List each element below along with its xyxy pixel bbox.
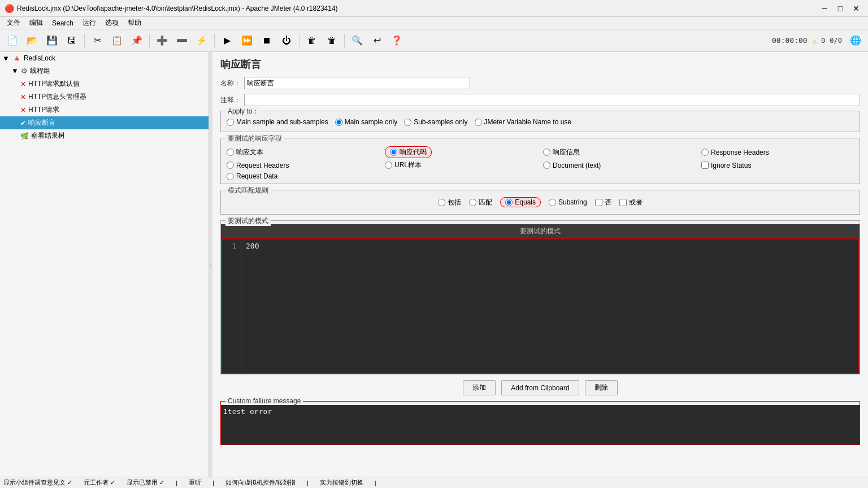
response-fields-legend: 要测试的响应字段 [225,134,284,143]
field-ignore-status[interactable]: Ignore Status [701,160,854,170]
toolbar-timer-section: 00:00:00 ⚠ 0 0/0 🌐 [772,32,865,50]
paste-button[interactable]: 📌 [128,32,146,50]
rule-or[interactable]: 或者 [619,198,643,207]
new-button[interactable]: 📄 [3,32,21,50]
search-toolbar-button[interactable]: 🔍 [348,32,366,50]
titlebar: 🔴 RedisLock.jmx (D:\DevTool\apache-jmete… [0,0,868,17]
save-button[interactable]: 💾 [43,32,61,50]
rule-contains[interactable]: 包括 [438,198,461,207]
tree-item-thread-group[interactable]: ▼ ⚙ 线程组 [0,64,209,77]
apply-main-only[interactable]: Main sample only [335,118,397,126]
start-button[interactable]: ▶ [218,32,236,50]
app-icon: 🔴 [5,4,14,13]
field-request-data[interactable]: Request Data [227,172,379,180]
comment-input[interactable] [244,94,860,106]
menu-search[interactable]: Search [47,18,78,28]
status-item-5: 如何向虚拟机控件/转到指 [225,478,296,487]
clear-button[interactable]: 🗑 [303,32,321,50]
menu-options[interactable]: 选项 [101,17,123,29]
error-count: 0/0 [830,37,842,45]
undo-button[interactable]: ↩ [368,32,386,50]
collapse-button[interactable]: ➖ [173,32,191,50]
menu-help[interactable]: 帮助 [123,17,146,29]
name-input[interactable] [244,77,470,89]
warning-icon: ⚠ [812,36,817,45]
menu-edit[interactable]: 编辑 [25,17,47,29]
apply-main-sub[interactable]: Main sample and sub-samples [227,118,328,126]
status-sep-2: | [212,480,214,486]
close-button[interactable]: ✕ [849,3,863,14]
status-item-4: 重听 [189,478,201,487]
tree-item-http-header[interactable]: ✕ HTTP信息头管理器 [0,90,209,103]
comment-label: 注释： [220,95,241,105]
help-button[interactable]: ❓ [388,32,406,50]
rule-not[interactable]: 否 [595,198,611,207]
rule-equals[interactable]: Equals [500,197,541,207]
pattern-rules-legend: 模式匹配规则 [225,186,271,195]
apply-to-legend: Apply to： [225,107,261,116]
rule-matches[interactable]: 匹配 [469,198,492,207]
start-no-pause-button[interactable]: ⏩ [238,32,256,50]
add-button[interactable]: 添加 [463,380,496,395]
test-patterns-editor[interactable]: 1 200 [221,238,860,374]
custom-failure-left[interactable]: 1 test error [221,405,504,445]
line-numbers: 1 [224,242,241,371]
rule-substring[interactable]: Substring [549,198,587,206]
tree-item-redislock[interactable]: ▼ 🔺 RedisLock [0,52,209,64]
tree-item-response-assertion[interactable]: ✔ 响应断言 [0,116,209,129]
menu-file[interactable]: 文件 [2,17,25,29]
field-response-text[interactable]: 响应文本 [227,146,379,158]
pattern-rules-options: 包括 匹配 Equals Substring [227,194,854,211]
tree-item-label: 察看结果树 [31,131,65,141]
tree-item-http-defaults[interactable]: ✕ HTTP请求默认值 [0,77,209,90]
cut-button[interactable]: ✂ [88,32,106,50]
tree-item-label: 响应断言 [28,118,55,128]
warning-count: 0 [821,37,825,45]
sampler-icon: ✕ [20,106,26,114]
test-plan-icon: 🔺 [12,54,21,63]
assertion-icon: ✔ [20,119,26,127]
delete-button[interactable]: 删除 [585,380,618,395]
field-response-info[interactable]: 响应信息 [543,146,696,158]
apply-sub-only[interactable]: Sub-samples only [404,118,467,126]
test-plan-tree: ▼ 🔺 RedisLock ▼ ⚙ 线程组 ✕ HTTP请求默认值 ✕ HTTP… [0,52,209,477]
tree-item-label: HTTP信息头管理器 [28,92,86,102]
test-patterns-section: 要测试的模式 要测试的模式 1 200 [220,220,860,374]
tree-item-view-results[interactable]: 🌿 察看结果树 [0,129,209,142]
copy-button[interactable]: 📋 [108,32,126,50]
add-clipboard-button[interactable]: Add from Clipboard [501,380,579,395]
apply-to-section: Apply to： Main sample and sub-samples Ma… [220,111,860,132]
toolbar-sep-1 [84,34,85,47]
field-response-code[interactable]: 响应代码 [385,146,537,158]
field-url-sample[interactable]: URL样本 [385,160,537,170]
toggle-button[interactable]: ⚡ [193,32,211,50]
tree-item-http-request[interactable]: ✕ HTTP请求 [0,103,209,116]
custom-failure-line-nums: 1 [223,407,228,442]
listener-icon: 🌿 [20,132,29,140]
remote-button[interactable]: 🌐 [847,32,865,50]
toolbar-sep-2 [149,34,150,47]
toolbar: 📄 📂 💾 🖫 ✂ 📋 📌 ➕ ➖ ⚡ ▶ ⏩ ⏹ ⏻ 🗑 🗑 🔍 ↩ ❓ 00… [0,29,868,52]
expand-arrow-2: ▼ [11,67,19,75]
pattern-rules-section: 模式匹配规则 包括 匹配 Equals [220,190,860,215]
apply-jmeter-var[interactable]: JMeter Variable Name to use [475,118,572,126]
field-document[interactable]: Document (text) [543,160,696,170]
field-response-headers[interactable]: Response Headers [701,146,854,158]
maximize-button[interactable]: □ [833,3,848,14]
menubar: 文件 编辑 Search 运行 选项 帮助 [0,17,868,29]
save-as-button[interactable]: 🖫 [63,32,81,50]
minimize-button[interactable]: ─ [817,3,832,14]
custom-failure-content[interactable]: test error [228,407,272,442]
expand-button[interactable]: ➕ [153,32,171,50]
clear-all-button[interactable]: 🗑 [323,32,341,50]
status-item-3: 显示已禁用 ✓ [127,478,164,487]
patterns-code-content[interactable]: 200 [246,242,856,371]
menu-run[interactable]: 运行 [78,17,101,29]
stop-button[interactable]: ⏹ [258,32,276,50]
toolbar-sep-3 [214,34,215,47]
open-button[interactable]: 📂 [23,32,41,50]
test-patterns-legend: 要测试的模式 [225,216,271,226]
pattern-buttons-row: 添加 Add from Clipboard 删除 [220,380,860,395]
field-request-headers[interactable]: Request Headers [227,160,379,170]
shutdown-button[interactable]: ⏻ [277,32,296,50]
